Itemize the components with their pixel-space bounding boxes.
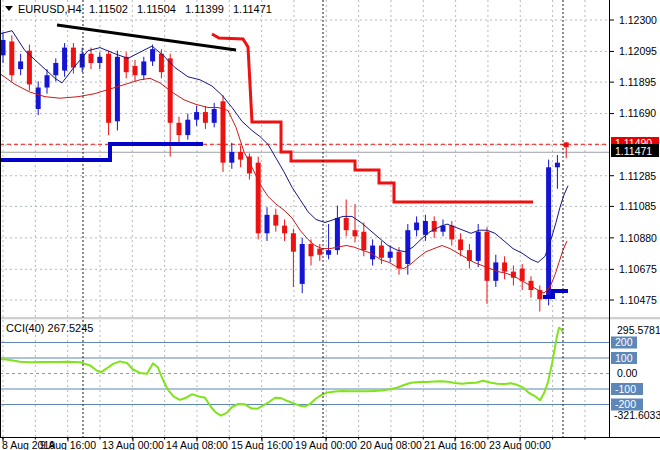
candle-bear [203, 112, 208, 123]
candle-bear [397, 252, 402, 269]
candle-bear [485, 232, 490, 281]
candle-bear [361, 232, 366, 250]
candle-bull [45, 75, 50, 87]
candle-bear [502, 262, 507, 271]
candle-bear [133, 66, 138, 75]
price-marker-labels: 1.11490 1.11471 [611, 137, 659, 157]
candle-bull [97, 57, 102, 63]
time-axis-label: 20 Aug 08:00 [360, 439, 422, 450]
candle-bull [115, 57, 120, 121]
time-axis-label: 19 Aug 00:00 [295, 439, 357, 450]
candle-bull [53, 63, 58, 75]
quote-open: 1.11502 [89, 3, 128, 15]
time-axis-label: 14 Aug 08:00 [166, 439, 228, 450]
price-axis-label: 1.10880 [619, 232, 657, 244]
price-axis-label: 1.11085 [619, 200, 656, 212]
candle-bear [520, 269, 525, 281]
price-axis-label: 1.10475 [619, 294, 657, 306]
price-axis-label: 1.12300 [619, 14, 657, 26]
candle-bear [273, 215, 278, 226]
time-axis-label: 9 Aug 16:00 [40, 439, 96, 450]
candle-bull [1, 40, 6, 55]
quote-low: 1.11399 [185, 3, 224, 15]
time-axis-label: 21 Aug 16:00 [424, 439, 486, 450]
price-axis-label: 1.11690 [619, 107, 656, 119]
candle-bull [388, 252, 393, 258]
candle-bear [317, 249, 322, 255]
candle-bull [476, 232, 481, 261]
candle-bear [564, 142, 569, 147]
cci-min-label: -321.6033 [614, 409, 660, 421]
candle-bull [141, 61, 146, 75]
candle-bull [326, 250, 331, 255]
time-axis-label: 23 Aug 00:00 [489, 439, 551, 450]
candle-bull [546, 167, 551, 297]
chart-canvas: 1.123001.120951.118951.116901.112851.110… [0, 0, 660, 450]
cci-level-label: 100 [615, 352, 633, 364]
candle-bear [9, 41, 14, 75]
time-axis-label: 13 Aug 00:00 [102, 439, 164, 450]
cci-max-label: 295.5781 [617, 324, 660, 336]
symbol-period-label: EURUSD,H4 [18, 3, 82, 15]
candle-bull [370, 246, 375, 260]
cci-level-label: 200 [615, 336, 633, 348]
candle-bear [124, 57, 129, 72]
candle-bull [335, 218, 340, 250]
candle-bull [150, 49, 155, 61]
candle-bear [256, 163, 261, 234]
mt4-chart-window: 1.123001.120951.118951.116901.112851.110… [0, 0, 660, 450]
candle-bear [71, 48, 76, 68]
candle-bull [229, 152, 234, 163]
candle-bull [265, 215, 270, 233]
candle-bear [291, 233, 296, 251]
price-axis-label: 1.11895 [619, 76, 656, 88]
candle-bear [106, 54, 111, 123]
candle-bear [449, 226, 454, 240]
candle-bull [414, 223, 419, 231]
price-axis-label: 1.12095 [619, 45, 657, 57]
candle-bull [212, 109, 217, 123]
candle-bull [36, 88, 41, 109]
candle-bull [18, 61, 23, 69]
candle-bull [62, 48, 67, 71]
candle-bear [353, 230, 358, 236]
candle-bull [194, 112, 199, 120]
candle-bear [238, 152, 243, 160]
candle-bull [555, 163, 560, 168]
candle-bull [300, 244, 305, 284]
quote-high: 1.11504 [137, 3, 176, 15]
candle-bear [309, 244, 314, 256]
price-axis-label: 1.10675 [619, 263, 657, 275]
price-axis-label: 1.11285 [619, 170, 656, 182]
cci-level-label: -100 [615, 383, 636, 395]
bid-price-label: 1.11471 [615, 145, 652, 157]
candle-bear [458, 239, 463, 250]
cci-indicator-label: CCI(40) 267.5245 [6, 322, 93, 334]
candle-bear [89, 54, 94, 63]
cci-zero-label: 0.00 [617, 367, 638, 379]
candle-bear [159, 54, 164, 72]
candle-bear [282, 226, 287, 234]
candle-bear [177, 123, 182, 135]
candle-bull [423, 221, 428, 235]
candle-bear [379, 246, 384, 258]
candle-bull [405, 230, 410, 264]
candle-bear [344, 218, 349, 230]
candle-bear [221, 101, 226, 162]
time-axis-label: 15 Aug 16:00 [231, 439, 293, 450]
quote-close: 1.11471 [233, 3, 272, 15]
cci-pane[interactable] [0, 320, 609, 437]
candle-bull [185, 120, 190, 135]
